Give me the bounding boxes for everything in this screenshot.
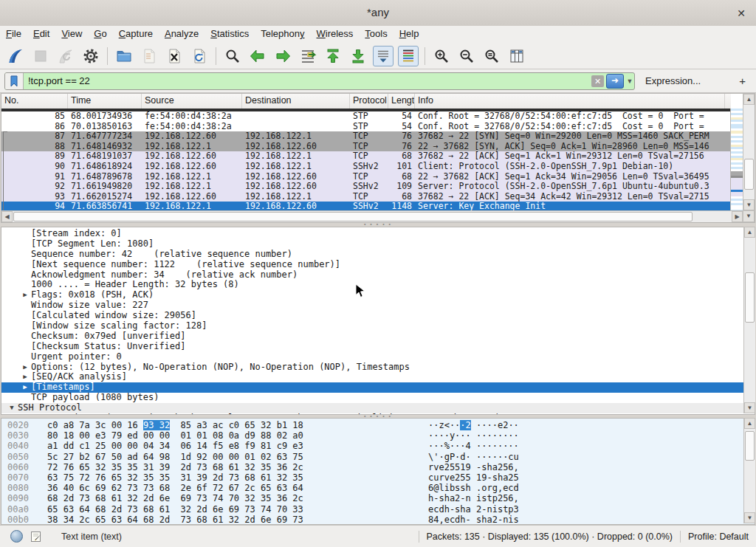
expander-right-icon[interactable]: ▶ xyxy=(19,372,31,382)
detail-row[interactable]: Sequence number: 42 (relative sequence n… xyxy=(1,250,755,260)
expander-down-icon[interactable]: ▼ xyxy=(6,403,18,413)
menu-wireless[interactable]: Wireless xyxy=(311,26,360,41)
scroll-down-arrow[interactable]: ▼ xyxy=(744,512,755,523)
scroll-right-arrow[interactable]: ▶ xyxy=(732,211,743,222)
go-top-button[interactable] xyxy=(323,46,343,66)
packet-row-86[interactable]: 8670.013850163fe:54:00:d4:38:2aSTP54Conf… xyxy=(1,122,731,132)
detail-row[interactable]: [Stream index: 0] xyxy=(1,229,755,239)
packet-row-93[interactable]: 9371.662015274192.168.122.60192.168.122.… xyxy=(1,192,731,202)
detail-row[interactable]: [Checksum Status: Unverified] xyxy=(1,342,755,352)
go-forward-button[interactable] xyxy=(272,46,293,66)
menu-statistics[interactable]: Statistics xyxy=(205,26,255,41)
restart-capture-button[interactable] xyxy=(55,46,76,66)
packet-list-vscrollbar[interactable]: ▲ ▼ xyxy=(743,94,755,210)
detail-row[interactable]: [TCP Segment Len: 1080] xyxy=(1,239,755,250)
filter-bookmark-button[interactable] xyxy=(5,73,24,89)
packet-list-hscrollbar[interactable]: ◀ ▶ xyxy=(1,210,743,222)
packet-row-87[interactable]: 8771.647777234192.168.122.60192.168.122.… xyxy=(1,131,731,142)
detail-row[interactable]: ▶[Timestamps] xyxy=(1,382,755,393)
menu-view[interactable]: View xyxy=(55,26,88,41)
expression-button[interactable]: Expression... xyxy=(645,75,701,86)
scroll-down-arrow[interactable]: ▼ xyxy=(744,402,755,413)
start-capture-button[interactable] xyxy=(5,46,26,66)
go-bottom-button[interactable] xyxy=(348,46,368,66)
packet-row-85[interactable]: 8568.001734936fe:54:00:d4:38:2aSTP54Conf… xyxy=(1,111,731,122)
packet-row-89[interactable]: 8971.648191037192.168.122.60192.168.122.… xyxy=(1,151,731,162)
column-header-time[interactable]: Time xyxy=(68,94,142,109)
scroll-thumb[interactable] xyxy=(745,272,755,323)
packet-row-90[interactable]: 9071.648618924192.168.122.60192.168.122.… xyxy=(1,162,731,172)
packet-row-88[interactable]: 8871.648146932192.168.122.1192.168.122.6… xyxy=(1,142,731,152)
menu-tools[interactable]: Tools xyxy=(359,26,393,41)
expander-right-icon[interactable]: ▶ xyxy=(19,382,31,393)
detail-row[interactable]: [Next sequence number: 1122 (relative se… xyxy=(1,260,755,270)
resize-columns-button[interactable] xyxy=(506,46,527,66)
detail-row[interactable]: Checksum: 0x79ed [unverified] xyxy=(1,331,755,342)
go-to-packet-button[interactable] xyxy=(298,46,318,66)
column-header-no[interactable]: No. xyxy=(1,94,68,109)
expert-info-icon[interactable] xyxy=(10,530,23,543)
hex-row-0050[interactable]: 00505c 27 b2 67 50 ad 64 98 1d 92 00 00 … xyxy=(1,452,755,462)
find-packet-button[interactable] xyxy=(222,46,243,66)
menu-analyze[interactable]: Analyze xyxy=(159,26,205,41)
auto-scroll-toggle[interactable] xyxy=(373,46,394,66)
detail-row[interactable]: 1000 .... = Header Length: 32 bytes (8) xyxy=(1,280,755,290)
colorize-toggle[interactable] xyxy=(398,46,419,66)
menu-telephony[interactable]: Telephony xyxy=(255,26,310,41)
expander-right-icon[interactable]: ▶ xyxy=(19,290,31,300)
detail-row[interactable]: TCP payload (1080 bytes) xyxy=(1,393,755,403)
packet-row-92[interactable]: 9271.661949820192.168.122.1192.168.122.6… xyxy=(1,182,731,192)
hex-row-0020[interactable]: 0020c0 a8 7a 3c 00 16 93 32 85 a3 ac c0 … xyxy=(1,420,755,430)
capture-options-button[interactable] xyxy=(80,46,101,66)
scroll-down-arrow[interactable]: ▼ xyxy=(743,210,755,222)
go-back-button[interactable] xyxy=(247,46,268,66)
close-window-button[interactable]: ✕ xyxy=(734,6,749,21)
column-header-info[interactable]: Info xyxy=(415,94,725,109)
zoom-in-button[interactable] xyxy=(431,46,452,66)
menu-help[interactable]: Help xyxy=(394,26,425,41)
scroll-thumb[interactable] xyxy=(13,212,693,221)
menu-edit[interactable]: Edit xyxy=(27,26,55,41)
clear-filter-button[interactable]: ✕ xyxy=(591,75,604,87)
detail-row[interactable]: Acknowledgment number: 34 (relative ack … xyxy=(1,270,755,281)
scroll-down-arrow[interactable]: ▼ xyxy=(743,199,755,210)
hex-row-0040[interactable]: 0040a1 dd c1 25 00 00 04 34 06 14 f5 e8 … xyxy=(1,441,755,451)
menu-file[interactable]: File xyxy=(0,26,27,41)
detail-row[interactable]: Window size value: 227 xyxy=(1,300,755,311)
stop-capture-button[interactable] xyxy=(30,46,51,66)
scroll-up-arrow[interactable]: ▲ xyxy=(744,418,755,429)
capture-comment-icon[interactable] xyxy=(30,531,42,543)
detail-row[interactable]: [Calculated window size: 29056] xyxy=(1,311,755,321)
menu-go[interactable]: Go xyxy=(88,26,112,41)
menu-capture[interactable]: Capture xyxy=(113,26,159,41)
details-vscrollbar[interactable]: ▲ ▼ xyxy=(743,227,755,413)
detail-row[interactable]: ▶[SEQ/ACK analysis] xyxy=(1,372,755,382)
detail-row[interactable]: ▼SSH Protocol xyxy=(1,403,755,413)
display-filter-input[interactable] xyxy=(24,75,591,86)
detail-row[interactable]: [Window size scaling factor: 128] xyxy=(1,321,755,331)
scroll-up-arrow[interactable]: ▲ xyxy=(743,94,755,105)
hex-row-00b0[interactable]: 00b038 34 2c 65 63 64 68 2d 73 68 61 32 … xyxy=(1,515,755,525)
zoom-reset-button[interactable] xyxy=(481,46,502,66)
packet-minimap[interactable] xyxy=(730,109,743,210)
column-header-destination[interactable]: Destination xyxy=(242,94,350,109)
detail-row[interactable]: ▶Options: (12 bytes), No-Operation (NOP)… xyxy=(1,362,755,373)
column-header-protocol[interactable]: Protocol xyxy=(350,94,388,109)
open-file-button[interactable] xyxy=(114,46,134,66)
hex-row-0090[interactable]: 009068 2d 73 68 61 32 2d 6e 69 73 74 70 … xyxy=(1,493,755,503)
scroll-up-arrow[interactable]: ▲ xyxy=(744,227,755,238)
hex-row-0080[interactable]: 008036 40 6c 69 62 73 73 68 2e 6f 72 67 … xyxy=(1,483,755,493)
hex-row-0070[interactable]: 007063 75 72 76 65 32 35 35 31 39 2d 73 … xyxy=(1,472,755,483)
add-filter-button[interactable]: + xyxy=(733,75,752,87)
zoom-out-button[interactable] xyxy=(456,46,477,66)
hex-row-0030[interactable]: 003080 18 00 e3 79 ed 00 00 01 01 08 0a … xyxy=(1,430,755,441)
save-file-button[interactable] xyxy=(139,46,159,66)
hex-row-00a0[interactable]: 00a065 63 64 68 2d 73 68 61 32 2d 6e 69 … xyxy=(1,504,755,515)
scroll-left-arrow[interactable]: ◀ xyxy=(1,211,13,222)
filter-history-dropdown[interactable]: ▼ xyxy=(625,78,634,85)
bytes-vscrollbar[interactable]: ▲ ▼ xyxy=(743,418,755,523)
packet-row-91[interactable]: 9171.648789678192.168.122.1192.168.122.6… xyxy=(1,172,731,182)
detail-row[interactable]: ▶Flags: 0x018 (PSH, ACK) xyxy=(1,290,755,300)
expander-right-icon[interactable]: ▶ xyxy=(19,362,31,373)
hex-row-0060[interactable]: 006072 76 65 32 35 35 31 39 2d 73 68 61 … xyxy=(1,462,755,472)
